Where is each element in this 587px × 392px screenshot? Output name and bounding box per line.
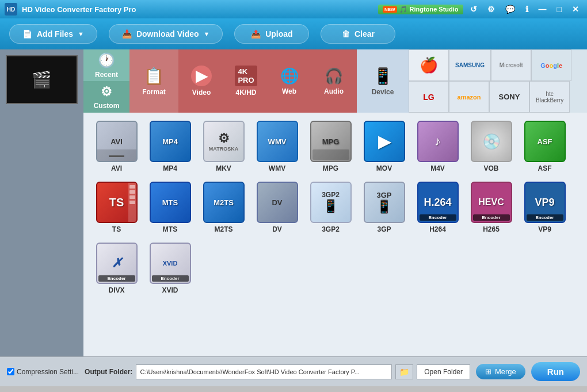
clock-icon: 🕐 [98, 52, 115, 68]
merge-button[interactable]: ⊞ Merge [476, 364, 525, 379]
upload-icon: 📤 [251, 29, 261, 39]
format-mov[interactable]: ▶ MOV [360, 118, 409, 175]
compression-checkbox[interactable] [7, 368, 14, 375]
recent-tab[interactable]: 🕐 Recent [83, 49, 129, 81]
download-dropdown-arrow[interactable]: ▼ [204, 30, 210, 37]
download-icon: 📥 [122, 29, 132, 39]
merge-icon: ⊞ [485, 367, 491, 376]
format-ts[interactable]: TS TS [92, 179, 141, 236]
lg-tab[interactable]: LG [409, 81, 449, 113]
format-avi[interactable]: AVI ▬▬▬ AVI [92, 118, 141, 175]
format-divx[interactable]: ✗ Encoder DIVX [92, 240, 141, 297]
custom-tab[interactable]: ⚙ Custom [83, 81, 129, 113]
new-badge: NEW [383, 6, 397, 13]
toolbar: 📄 Add Files ▼ 📥 Download Video ▼ 📤 Uploa… [0, 18, 587, 49]
apple-tab[interactable]: 🍎 [409, 49, 449, 81]
format-asf[interactable]: ASF ASF [520, 118, 569, 175]
format-xvid[interactable]: XVID Encoder XVID [146, 240, 195, 297]
add-files-button[interactable]: 📄 Add Files ▼ [9, 24, 97, 44]
category-panel: 🕐 Recent ⚙ Custom 📋 Format ▶ Video [83, 49, 587, 356]
web-tab[interactable]: 🌐 Web [268, 49, 311, 113]
brand-tabs-container: 🍎 SAMSUNG Microsoft Google LG amazo [409, 49, 587, 113]
format-mts[interactable]: MTS MTS [146, 179, 195, 236]
undo-button[interactable]: ↺ [467, 5, 481, 14]
device-tab[interactable]: 📱 Device [357, 49, 409, 113]
apple-logo: 🍎 [420, 56, 438, 74]
format-dv[interactable]: DV DV [253, 179, 302, 236]
format-grid: AVI ▬▬▬ AVI MP4 MP4 ⚙ MATROSKA [83, 113, 587, 356]
microsoft-tab[interactable]: Microsoft [491, 49, 531, 81]
category-tabs-container: 🕐 Recent ⚙ Custom 📋 Format ▶ Video [83, 49, 587, 113]
audio-icon: 🎧 [325, 67, 343, 85]
clear-button[interactable]: 🗑 Clear [321, 24, 395, 44]
minimize-button[interactable]: — [535, 5, 550, 14]
title-bar-controls: NEW 🎵 Ringtone Studio ↺ ⚙ 💬 ℹ — □ ✕ [378, 5, 582, 14]
chat-button[interactable]: 💬 [502, 5, 519, 14]
app-logo: HD [5, 3, 17, 16]
format-m4v[interactable]: ♪ M4V [413, 118, 462, 175]
output-folder-area: Output Folder: 📁 Open Folder [85, 364, 470, 379]
format-3gp2[interactable]: 3GP2 📱 3GP2 [306, 179, 355, 236]
settings-button[interactable]: ⚙ [484, 5, 498, 14]
ringtone-studio-button[interactable]: NEW 🎵 Ringtone Studio [378, 5, 463, 14]
format-vob[interactable]: 💿 VOB [467, 118, 516, 175]
4khd-tab[interactable]: 4KPRO 4K/HD [224, 49, 268, 113]
video-play-icon: ▶ [191, 66, 212, 86]
maximize-button[interactable]: □ [554, 5, 565, 14]
format-tab[interactable]: 📋 Format [129, 49, 178, 113]
google-tab[interactable]: Google [531, 49, 571, 81]
samsung-tab[interactable]: SAMSUNG [449, 49, 491, 81]
info-button[interactable]: ℹ [522, 5, 532, 14]
compression-settings: Compression Setti... [7, 368, 79, 376]
app-title: HD Video Converter Factory Pro [22, 5, 378, 14]
download-video-button[interactable]: 📥 Download Video ▼ [109, 24, 223, 44]
clear-icon: 🗑 [342, 29, 350, 39]
browse-folder-button[interactable]: 📁 [395, 364, 413, 379]
upload-button[interactable]: 📤 Upload [234, 24, 309, 44]
sony-tab[interactable]: SONY [489, 81, 529, 113]
device-icon: 📱 [373, 67, 393, 86]
format-wmv[interactable]: WMV WMV [253, 118, 302, 175]
format-mpg[interactable]: MPG MPG [306, 118, 355, 175]
format-m2ts[interactable]: M2TS M2TS [199, 179, 248, 236]
format-mkv[interactable]: ⚙ MATROSKA MKV [199, 118, 248, 175]
preview-thumbnail: 🎬 [6, 55, 78, 104]
run-button[interactable]: Run [531, 362, 580, 381]
amazon-tab[interactable]: amazon [449, 81, 489, 113]
left-panel: 🎬 [0, 49, 83, 356]
4khd-icon: 4KPRO [235, 66, 257, 86]
music-icon: 🎵 [399, 6, 407, 13]
title-bar: HD HD Video Converter Factory Pro NEW 🎵 … [0, 0, 587, 18]
output-path-input[interactable] [136, 364, 392, 379]
format-vp9[interactable]: VP9 Encoder VP9 [520, 179, 569, 236]
audio-tab[interactable]: 🎧 Audio [311, 49, 357, 113]
main-area: 🎬 🕐 Recent ⚙ Custom 📋 Format [0, 49, 587, 356]
format-icon: 📋 [144, 67, 164, 86]
bottom-bar: Compression Setti... Output Folder: 📁 Op… [0, 356, 587, 386]
gear-icon: ⚙ [101, 84, 112, 99]
video-preview-icon: 🎬 [32, 70, 52, 89]
close-button[interactable]: ✕ [569, 5, 582, 14]
format-3gp[interactable]: 3GP 📱 3GP [360, 179, 409, 236]
format-h264[interactable]: H.264 Encoder H264 [413, 179, 462, 236]
htc-tab[interactable]: htcBlackBerry [529, 81, 570, 113]
web-icon: 🌐 [280, 67, 299, 85]
add-files-dropdown-arrow[interactable]: ▼ [78, 30, 84, 37]
format-mp4[interactable]: MP4 MP4 [146, 118, 195, 175]
recent-custom-group: 🕐 Recent ⚙ Custom [83, 49, 129, 113]
video-tab[interactable]: ▶ Video [178, 49, 224, 113]
open-folder-button[interactable]: Open Folder [417, 364, 470, 379]
add-files-icon: 📄 [22, 29, 32, 39]
format-h265[interactable]: HEVC Encoder H265 [467, 179, 516, 236]
